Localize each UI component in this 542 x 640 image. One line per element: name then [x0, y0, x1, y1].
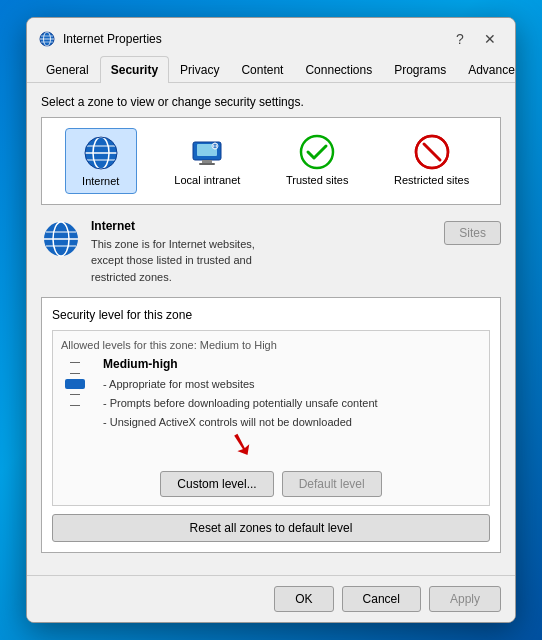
ok-button[interactable]: OK: [274, 586, 333, 612]
zone-info-desc: This zone is for Internet websites, exce…: [91, 236, 436, 286]
window-controls: ? ✕: [447, 26, 503, 52]
tab-connections[interactable]: Connections: [294, 56, 383, 83]
zone-info-title: Internet: [91, 219, 436, 233]
tick-low: [70, 405, 80, 406]
tick-high: [70, 362, 80, 363]
trusted-sites-icon: [299, 134, 335, 170]
security-level-desc: Medium-high - Appropriate for most websi…: [103, 357, 481, 431]
svg-point-18: [301, 136, 333, 168]
allowed-label: Allowed levels for this zone: Medium to …: [61, 339, 481, 351]
internet-icon: [83, 135, 119, 171]
level-name: Medium-high: [103, 357, 481, 371]
security-level-group: Security level for this zone Allowed lev…: [41, 297, 501, 553]
zone-restricted-sites[interactable]: Restricted sites: [386, 128, 477, 194]
level-details: - Appropriate for most websites - Prompt…: [103, 375, 481, 431]
app-icon: [39, 31, 55, 47]
tick-medium-high: [70, 373, 80, 374]
window-title: Internet Properties: [63, 32, 447, 46]
svg-rect-14: [199, 163, 215, 165]
zone-info-icon: [41, 219, 81, 259]
reset-zones-button[interactable]: Reset all zones to default level: [52, 514, 490, 542]
cancel-button[interactable]: Cancel: [342, 586, 421, 612]
slider-control[interactable]: [61, 357, 89, 411]
internet-zone-label: Internet: [82, 175, 119, 187]
close-button[interactable]: ✕: [477, 26, 503, 52]
slider-area: Medium-high - Appropriate for most websi…: [61, 357, 481, 431]
help-button[interactable]: ?: [447, 26, 473, 52]
arrow-area: ➘: [61, 435, 481, 463]
tab-bar: General Security Privacy Content Connect…: [27, 56, 515, 83]
zone-info-panel: Internet This zone is for Internet websi…: [41, 215, 436, 290]
security-inner-panel: Allowed levels for this zone: Medium to …: [52, 330, 490, 506]
trusted-sites-zone-label: Trusted sites: [286, 174, 349, 186]
tab-general[interactable]: General: [35, 56, 100, 83]
zone-section-label: Select a zone to view or change security…: [41, 95, 501, 109]
svg-rect-13: [202, 160, 212, 163]
title-bar: Internet Properties ? ✕: [27, 18, 515, 56]
tick-medium: [70, 394, 80, 395]
tab-programs[interactable]: Programs: [383, 56, 457, 83]
slider-thumb[interactable]: [65, 379, 85, 389]
sites-button[interactable]: Sites: [444, 221, 501, 245]
default-level-button[interactable]: Default level: [282, 471, 382, 497]
zone-internet[interactable]: Internet: [65, 128, 137, 194]
security-group-title: Security level for this zone: [52, 308, 490, 322]
restricted-sites-zone-label: Restricted sites: [394, 174, 469, 186]
bottom-bar: OK Cancel Apply: [27, 575, 515, 622]
internet-properties-dialog: Internet Properties ? ✕ General Security…: [26, 17, 516, 624]
tab-content[interactable]: Content: [230, 56, 294, 83]
main-content: Select a zone to view or change security…: [27, 83, 515, 576]
custom-level-button[interactable]: Custom level...: [160, 471, 273, 497]
tab-security[interactable]: Security: [100, 56, 169, 83]
tab-advanced[interactable]: Advanced: [457, 56, 516, 83]
zone-local-intranet[interactable]: Local intranet: [166, 128, 248, 194]
apply-button[interactable]: Apply: [429, 586, 501, 612]
local-intranet-zone-label: Local intranet: [174, 174, 240, 186]
zone-selector-panel: Internet Local intranet: [41, 117, 501, 205]
security-buttons-row: Custom level... Default level: [61, 471, 481, 497]
zone-trusted-sites[interactable]: Trusted sites: [278, 128, 357, 194]
zone-info-text: Internet This zone is for Internet websi…: [91, 219, 436, 286]
restricted-sites-icon: [414, 134, 450, 170]
local-intranet-icon: [189, 134, 225, 170]
tab-privacy[interactable]: Privacy: [169, 56, 230, 83]
